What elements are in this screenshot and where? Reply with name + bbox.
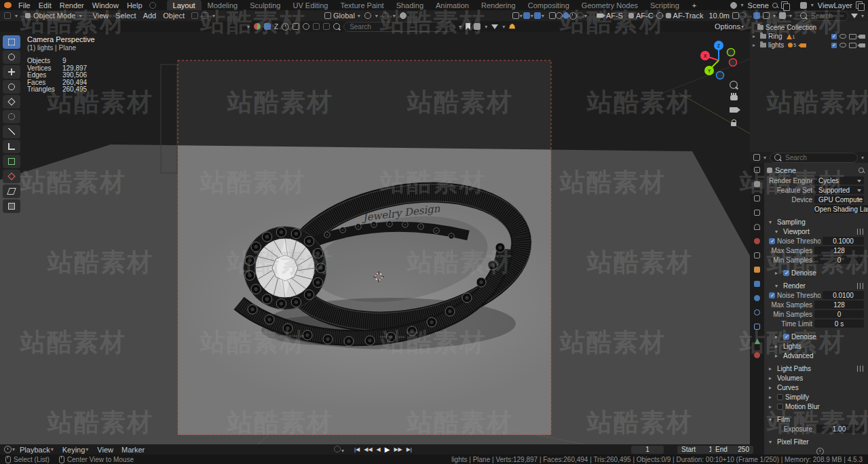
panel-chevron-icon[interactable]: ▾ bbox=[775, 283, 781, 289]
af-s-button[interactable]: AF-S bbox=[593, 12, 626, 20]
workspace-tab[interactable]: UV Editing bbox=[286, 0, 334, 10]
property-value[interactable]: 128 bbox=[814, 301, 864, 309]
properties-row[interactable]: Open Shading Langua... bbox=[766, 204, 865, 214]
overlays-toggle-icon[interactable] bbox=[523, 12, 530, 19]
time-icon[interactable] bbox=[569, 12, 577, 20]
property-value[interactable]: 1.00 bbox=[814, 425, 864, 433]
render-region-icon[interactable] bbox=[732, 12, 739, 19]
properties-row[interactable]: ▸ Light Paths bbox=[766, 364, 865, 373]
panel-chevron-icon[interactable]: ▸ bbox=[775, 334, 781, 340]
hide-eye-icon[interactable] bbox=[839, 34, 846, 39]
pan-hand-icon[interactable] bbox=[730, 95, 738, 100]
properties-tab[interactable] bbox=[750, 265, 764, 274]
outliner-row[interactable]: Scene Collection bbox=[750, 23, 868, 32]
sliders-icon[interactable] bbox=[857, 283, 864, 289]
editor-type-icon[interactable] bbox=[4, 12, 11, 19]
properties-row[interactable]: ▸ Lights bbox=[766, 341, 865, 351]
shading-toggle-icon[interactable] bbox=[534, 12, 541, 19]
outliner-row[interactable]: ▸ lights 5 ✓ bbox=[750, 41, 868, 50]
play-button[interactable]: ▶ bbox=[385, 446, 390, 453]
properties-tab[interactable] bbox=[750, 166, 764, 174]
properties-row[interactable]: Time Limit 0 s bbox=[766, 319, 865, 328]
properties-search[interactable] bbox=[770, 153, 858, 163]
clock-icon[interactable] bbox=[282, 23, 289, 31]
current-frame-field[interactable]: 1 bbox=[631, 446, 664, 454]
viewport-3d[interactable]: Jewelry Design bbox=[0, 32, 750, 444]
tool-button[interactable] bbox=[3, 35, 20, 49]
new-scene-icon[interactable] bbox=[781, 1, 788, 9]
viewport-search[interactable] bbox=[343, 22, 455, 32]
viewlayer-selector[interactable]: ViewLayer bbox=[818, 1, 852, 9]
properties-tab[interactable] bbox=[750, 251, 764, 260]
timeline-menu-item[interactable]: Marker bbox=[117, 446, 149, 454]
stamp-icon[interactable] bbox=[313, 23, 320, 30]
active-toggle-icon[interactable] bbox=[264, 23, 271, 30]
menu-item[interactable]: Edit bbox=[35, 1, 56, 9]
filter-funnel-icon[interactable] bbox=[491, 24, 498, 29]
checkbox[interactable] bbox=[783, 270, 789, 276]
tool-button[interactable] bbox=[3, 125, 20, 138]
viewport-menu-item[interactable]: Object bbox=[159, 12, 188, 20]
grid-snap-icon[interactable] bbox=[202, 12, 208, 19]
disable-render-icon[interactable] bbox=[859, 43, 865, 47]
disable-viewport-icon[interactable] bbox=[849, 43, 856, 48]
checkbox[interactable] bbox=[783, 334, 789, 340]
af-c-button[interactable]: AF-C bbox=[626, 12, 656, 20]
properties-tab[interactable] bbox=[750, 308, 764, 317]
jump-end-button[interactable]: ▶| bbox=[407, 446, 412, 452]
properties-row[interactable]: ▾ Sampling bbox=[766, 217, 865, 227]
properties-row[interactable]: Feature Set Supported bbox=[766, 185, 865, 195]
prev-frame-button[interactable]: ◀ bbox=[377, 446, 381, 452]
viewport-menu-item[interactable]: Add bbox=[140, 12, 160, 20]
tool-button[interactable] bbox=[3, 185, 20, 198]
panel-chevron-icon[interactable]: ▸ bbox=[769, 404, 775, 410]
camera-view-icon[interactable] bbox=[730, 107, 738, 113]
property-value[interactable]: 0 s bbox=[814, 320, 864, 328]
addon-circle-icon[interactable] bbox=[149, 2, 156, 9]
options-dropdown[interactable]: Options▾ bbox=[715, 22, 744, 31]
properties-tab[interactable] bbox=[750, 208, 764, 217]
menu-item[interactable]: Help bbox=[123, 1, 147, 9]
af-track-button[interactable]: AF-Track bbox=[663, 12, 706, 20]
menu-item[interactable]: Render bbox=[56, 1, 88, 9]
tool-button[interactable] bbox=[3, 80, 20, 94]
exclude-checkbox[interactable]: ✓ bbox=[831, 43, 837, 48]
new-viewlayer-icon[interactable] bbox=[856, 1, 863, 9]
panel-chevron-icon[interactable]: ▸ bbox=[769, 366, 775, 372]
properties-editor-icon[interactable] bbox=[753, 154, 760, 161]
navigation-gizmo[interactable]: Z X Y bbox=[697, 37, 740, 81]
transport-icon[interactable] bbox=[323, 23, 330, 30]
halfmoon-icon[interactable] bbox=[577, 12, 584, 19]
properties-row[interactable]: ▾ Pixel Filter bbox=[766, 437, 865, 446]
disable-viewport-icon[interactable] bbox=[849, 34, 856, 39]
tool-button[interactable] bbox=[3, 65, 20, 79]
disable-render-icon[interactable] bbox=[859, 35, 865, 39]
workspace-tab[interactable]: Layout bbox=[167, 0, 202, 10]
notification-bell-icon[interactable] bbox=[509, 24, 515, 30]
tool-button[interactable] bbox=[3, 110, 20, 123]
properties-row[interactable]: ▸ Curves bbox=[766, 383, 865, 392]
property-value[interactable]: GPU Compute bbox=[814, 195, 864, 204]
properties-tab[interactable] bbox=[750, 336, 764, 345]
tool-button[interactable] bbox=[3, 170, 20, 183]
properties-row[interactable]: Render Engine Cycles bbox=[766, 176, 865, 185]
spiral-icon[interactable] bbox=[739, 12, 746, 19]
properties-tab[interactable] bbox=[750, 294, 764, 303]
properties-tab[interactable] bbox=[750, 279, 764, 288]
property-value[interactable]: Open Shading Langua... bbox=[814, 205, 868, 213]
outliner-display-icon[interactable] bbox=[753, 12, 760, 19]
pin-icon[interactable] bbox=[858, 168, 864, 173]
properties-row[interactable]: ▸ Advanced bbox=[766, 351, 865, 360]
property-value[interactable]: 0 bbox=[814, 256, 864, 264]
panel-chevron-icon[interactable]: ▾ bbox=[769, 219, 775, 225]
timeline-menu-item[interactable]: Keying▾ bbox=[58, 446, 94, 454]
panel-chevron-icon[interactable]: ▸ bbox=[769, 375, 775, 381]
sliders-icon[interactable] bbox=[857, 366, 864, 372]
properties-row[interactable]: ▸ Simplify bbox=[766, 392, 865, 402]
workspace-tab[interactable]: Modeling bbox=[202, 0, 244, 10]
properties-tab[interactable] bbox=[750, 180, 764, 189]
properties-row[interactable]: Noise Threshold 0.0100 bbox=[766, 290, 865, 300]
prev-keyframe-button[interactable]: ◀◀ bbox=[364, 446, 372, 452]
viewport-globe-icon[interactable] bbox=[556, 12, 563, 19]
properties-tab[interactable] bbox=[750, 194, 764, 203]
